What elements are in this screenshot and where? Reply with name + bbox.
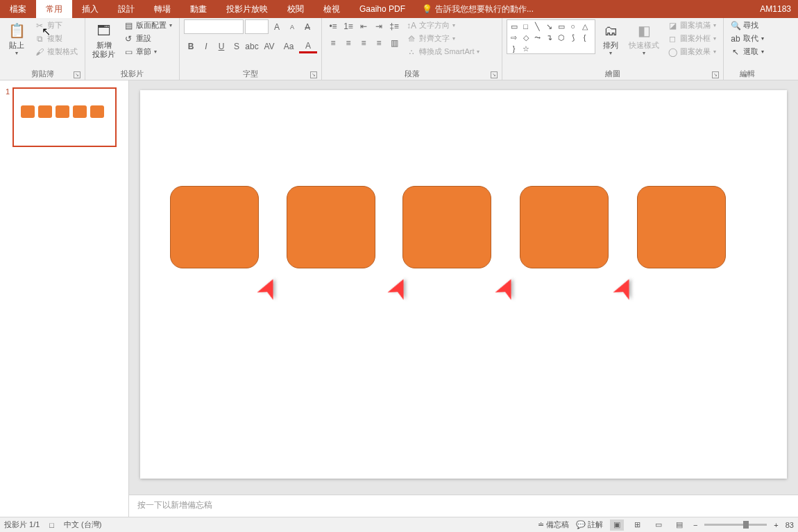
shape-hex-icon[interactable]: ⬡ [556,33,566,42]
tab-slideshow[interactable]: 投影片放映 [217,0,278,18]
bold-button[interactable]: B [184,40,198,53]
increase-font-button[interactable]: A [270,20,284,34]
tell-me-search[interactable]: 💡 告訴我您想要執行的動作... [422,0,534,18]
slide-stage[interactable]: ➤ ➤ ➤ ➤ [129,80,798,495]
group-label-slides: 投影片 [90,67,175,80]
cut-button[interactable]: ✂剪下 [32,19,80,31]
align-text-button[interactable]: ⟰對齊文字▾ [404,33,482,44]
numbering-button[interactable]: 1≡ [341,19,355,33]
align-left-button[interactable]: ≡ [326,36,340,50]
shape-curve-icon[interactable]: ⤳ [532,33,543,42]
zoom-level[interactable]: 83 [786,521,794,529]
justify-button[interactable]: ≡ [372,36,386,50]
user-name[interactable]: AM1183 [760,0,791,18]
shape-star-icon[interactable]: ☆ [520,44,531,53]
format-painter-button[interactable]: 🖌複製格式 [32,46,80,58]
italic-button[interactable]: I [199,40,213,53]
select-button[interactable]: ↖選取▾ [728,46,767,58]
normal-view-button[interactable]: ▣ [610,520,624,531]
section-button[interactable]: ▭章節▾ [121,46,175,58]
change-case-button[interactable]: Aa [280,40,298,53]
shape-rounded-rect[interactable] [402,186,491,268]
notes-pane[interactable]: 按一下以新增備忘稿 [129,495,798,517]
zoom-in-button[interactable]: + [774,521,778,529]
reading-view-button[interactable]: ▭ [652,520,665,531]
zoom-slider-thumb[interactable] [743,521,749,529]
shape-rounded-rect[interactable] [520,186,609,268]
convert-smartart-button[interactable]: ⛬轉換成 SmartArt▾ [404,46,482,58]
slide-canvas[interactable]: ➤ ➤ ➤ ➤ [140,90,787,479]
tab-insert[interactable]: 插入 [72,0,108,18]
layout-button[interactable]: ▤版面配置▾ [121,19,175,31]
spellcheck-icon[interactable]: □ [49,521,54,529]
shapes-gallery[interactable]: ▭ □ ╲ ↘ ▭ ○ △ ⇨ ◇ ⤳ ↴ ⬡ ⟆ { } ☆ [507,19,595,54]
shape-rounded-rect[interactable] [637,186,726,268]
underline-button[interactable]: U [214,40,228,53]
thumbnail-pane[interactable]: 1 [0,80,129,517]
shape-brace-r-icon[interactable]: } [509,44,519,53]
arrange-button[interactable]: 🗂 排列 [598,19,623,58]
find-button[interactable]: 🔍尋找 [728,19,767,31]
tab-animations[interactable]: 動畫 [180,0,217,18]
font-name-input[interactable] [184,19,244,34]
shape-arrow-icon[interactable]: ↘ [544,22,554,31]
tab-gaaiho-pdf[interactable]: Gaaiho PDF [350,0,415,18]
zoom-slider[interactable] [704,524,767,526]
copy-button[interactable]: ⧉複製 [32,33,80,44]
shape-arc-icon[interactable]: ⟆ [568,33,578,42]
font-size-input[interactable] [245,19,269,34]
tab-view[interactable]: 檢視 [314,0,350,18]
line-spacing-button[interactable]: ‡≡ [387,19,401,33]
shape-tri-icon[interactable]: △ [579,22,590,31]
shape-arrowr-icon[interactable]: ⇨ [509,33,519,42]
tab-home[interactable]: 常用 [36,0,72,18]
dialog-launcher-icon[interactable]: ↘ [310,71,317,78]
zoom-out-button[interactable]: − [693,521,697,529]
font-color-button[interactable]: A [299,40,317,53]
tab-design[interactable]: 設計 [108,0,144,18]
shape-rect2-icon[interactable]: ▭ [556,22,566,31]
slideshow-view-button[interactable]: ▤ [672,520,686,531]
shape-outline-button[interactable]: ◻圖案外框▾ [665,33,719,44]
align-right-button[interactable]: ≡ [357,36,371,50]
align-center-button[interactable]: ≡ [341,36,355,50]
increase-indent-button[interactable]: ⇥ [372,19,386,33]
shape-diamond-icon[interactable]: ◇ [520,33,531,42]
tab-file[interactable]: 檔案 [0,0,36,18]
tab-review[interactable]: 校閱 [278,0,314,18]
shape-brace-l-icon[interactable]: { [579,33,590,42]
slide-thumbnail[interactable] [12,87,117,147]
dialog-launcher-icon[interactable]: ↘ [712,71,719,78]
reset-button[interactable]: ↺重設 [121,33,175,44]
columns-button[interactable]: ▥ [387,36,401,50]
clear-format-button[interactable]: A̶ [300,20,314,34]
dialog-launcher-icon[interactable]: ↘ [491,71,498,78]
notes-toggle[interactable]: ≐ 備忘稿 [538,520,569,530]
shape-fill-button[interactable]: ◪圖案填滿▾ [665,19,719,31]
comments-toggle[interactable]: 💬 註解 [576,520,603,530]
shape-rounded-rect[interactable] [170,186,259,268]
shadow-button[interactable]: abc [245,40,259,53]
decrease-font-button[interactable]: A [285,20,299,34]
decrease-indent-button[interactable]: ⇤ [357,19,371,33]
quick-styles-button[interactable]: ◧ 快速樣式 [626,19,662,58]
bullets-button[interactable]: •≡ [326,19,340,33]
tab-transitions[interactable]: 轉場 [144,0,180,18]
shape-line-icon[interactable]: ╲ [532,22,543,31]
group-editing: 🔍尋找 ab取代▾ ↖選取▾ 編輯 [724,18,771,80]
new-slide-button[interactable]: 🗔 新增 投影片 [90,19,118,60]
strike-button[interactable]: S [230,40,244,53]
shape-rounded-rect[interactable] [287,186,375,268]
sorter-view-button[interactable]: ⊞ [631,520,645,531]
shape-effects-button[interactable]: ◯圖案效果▾ [665,46,719,58]
language-indicator[interactable]: 中文 (台灣) [64,520,101,530]
dialog-launcher-icon[interactable]: ↘ [74,71,80,78]
shape-connector-icon[interactable]: ↴ [544,33,554,42]
shape-rect-icon[interactable]: ▭ [509,22,519,31]
text-direction-button[interactable]: ↕A文字方向▾ [404,19,482,31]
shape-oval-icon[interactable]: ○ [568,22,578,31]
char-spacing-button[interactable]: AV [260,40,278,53]
replace-button[interactable]: ab取代▾ [728,33,767,44]
paste-button[interactable]: 📋 貼上 [4,19,29,58]
shape-square-icon[interactable]: □ [520,22,531,31]
